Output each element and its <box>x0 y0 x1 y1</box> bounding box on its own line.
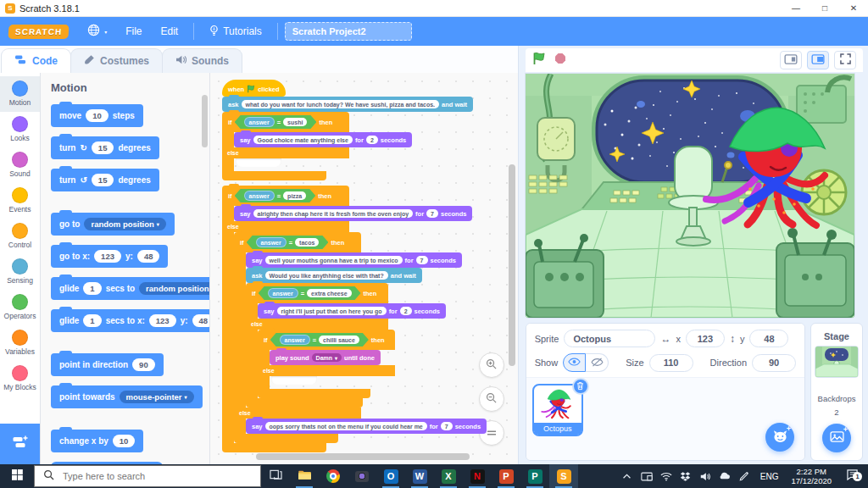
language-indicator[interactable]: ENG <box>755 472 784 481</box>
green-flag-button[interactable] <box>532 52 546 69</box>
category-control[interactable]: Control <box>0 219 40 254</box>
script-stack-block[interactable]: sayoops sorry thats not on the menu if y… <box>246 419 487 434</box>
category-my-blocks[interactable]: My Blocks <box>0 361 40 396</box>
scripts-vertical-scrollbar[interactable] <box>509 164 515 366</box>
sprite-y-field[interactable]: 48 <box>749 330 788 347</box>
taskbar-clock[interactable]: 2:22 PM 17/12/2020 <box>786 467 837 486</box>
taskbar-icon-outlook[interactable]: O <box>376 464 405 488</box>
pen-icon[interactable] <box>736 471 753 481</box>
palette-block[interactable]: glide1secs to x:123y:48 <box>51 309 210 332</box>
close-button[interactable]: ✕ <box>839 0 868 16</box>
hide-sprite-button[interactable] <box>586 353 609 372</box>
taskbar-icon-scratch[interactable]: S <box>549 464 578 488</box>
tab-costumes[interactable]: Costumes <box>70 48 163 73</box>
script-stack-block[interactable]: play soundDamn▾until done <box>270 350 381 365</box>
script-stack-block[interactable]: sayalrighty then chap here it is fresh f… <box>234 206 472 221</box>
menu-edit[interactable]: Edit <box>153 22 187 41</box>
category-color-dot <box>12 116 28 132</box>
tray-expand-icon[interactable] <box>619 474 636 480</box>
category-operators[interactable]: Operators <box>0 290 40 325</box>
script-stack-block[interactable]: askwhat do you want for lunch today? We … <box>222 97 473 112</box>
taskbar-icon-netflix[interactable]: N <box>463 464 492 488</box>
category-variables[interactable]: Variables <box>0 325 40 361</box>
palette-block[interactable]: turn↺15degrees <box>51 169 159 191</box>
delete-sprite-button[interactable] <box>572 378 589 395</box>
palette-block-partial[interactable] <box>51 462 163 464</box>
script-stack-block[interactable]: sayGood choice mate anything elsefor2sec… <box>234 132 412 147</box>
category-looks[interactable]: Looks <box>0 112 40 147</box>
if-else-block[interactable]: ifanswer=chilli saucethenplay soundDamn▾… <box>258 330 395 398</box>
palette-block[interactable]: point towardsmouse-pointer▾ <box>51 385 203 408</box>
if-else-block[interactable]: ifanswer=tacosthensaywell your mouths go… <box>234 232 487 443</box>
script-hat-block[interactable]: whenclicked <box>222 80 286 97</box>
restore-button[interactable]: □ <box>810 0 839 16</box>
palette-block[interactable]: move10steps <box>51 104 143 127</box>
cast-icon[interactable] <box>638 472 655 481</box>
tab-code[interactable]: Code <box>1 48 71 73</box>
minimize-button[interactable]: — <box>782 0 810 16</box>
palette-block[interactable]: point in direction90 <box>51 353 164 376</box>
menu-tutorials[interactable]: Tutorials <box>201 21 270 42</box>
palette-scrollbar[interactable] <box>202 95 208 147</box>
stage[interactable] <box>526 74 854 318</box>
sprite-card-octopus[interactable]: Octopus <box>532 384 583 436</box>
script-stack-block[interactable]: askWould you like anythhing else with th… <box>246 268 422 283</box>
taskbar-icon-powerpoint[interactable]: P <box>492 464 520 488</box>
script-stack-block[interactable]: sayright i'll just put that on here you … <box>258 303 446 319</box>
show-sprite-button[interactable] <box>563 353 586 372</box>
taskbar-icon-chrome[interactable] <box>319 464 348 488</box>
project-name-input[interactable] <box>285 22 412 41</box>
search-input[interactable] <box>61 470 231 482</box>
fullscreen-button[interactable] <box>834 51 856 69</box>
category-sensing[interactable]: Sensing <box>0 254 40 290</box>
volume-icon[interactable] <box>697 472 714 481</box>
tab-sounds[interactable]: Sounds <box>162 48 242 73</box>
add-sprite-button[interactable]: + <box>765 423 794 452</box>
large-stage-icon <box>811 53 825 68</box>
sprite-direction-field[interactable]: 90 <box>752 354 796 372</box>
taskbar-icon-file-explorer[interactable] <box>290 464 319 488</box>
sprite-size-field[interactable]: 110 <box>649 354 693 372</box>
palette-block[interactable]: change x by10 <box>51 430 143 452</box>
script-stack-block[interactable]: saywell your mouths gonna have a trip to… <box>246 252 462 268</box>
taskbar-search[interactable] <box>34 465 261 487</box>
menu-file[interactable]: File <box>117 22 150 41</box>
scripts-pane[interactable]: whenclickedaskwhat do you want for lunch… <box>210 73 518 464</box>
taskbar-icon-camera[interactable] <box>348 464 376 488</box>
taskbar-icon-publisher[interactable]: P <box>520 464 549 488</box>
start-button[interactable] <box>0 464 34 488</box>
category-sound[interactable]: Sound <box>0 147 40 183</box>
window-title: Scratch 3.18.1 <box>19 3 80 14</box>
script-stack[interactable]: whenclickedaskwhat do you want for lunch… <box>222 80 473 180</box>
scripts-horizontal-scrollbar[interactable] <box>256 453 470 460</box>
if-else-block[interactable]: ifanswer=sushithensayGood choice mate an… <box>222 112 412 180</box>
stage-selector-pane[interactable]: Stage Backdrops 2 + <box>810 323 863 461</box>
palette-block[interactable]: glide1secs torandom position▾ <box>51 277 210 300</box>
language-selector[interactable]: ▾ <box>79 20 115 42</box>
script-stack[interactable]: ifanswer=pizzathensayalrighty then chap … <box>222 186 487 452</box>
palette-block[interactable]: go to x:123y:48 <box>51 245 168 268</box>
small-stage-button[interactable] <box>780 51 802 69</box>
if-else-block[interactable]: ifanswer=pizzathensayalrighty then chap … <box>222 186 487 452</box>
notification-center-button[interactable]: 1 <box>839 469 865 484</box>
onedrive-cloud-icon[interactable] <box>716 472 733 480</box>
wifi-icon[interactable] <box>658 472 675 481</box>
palette-block[interactable]: go torandom position▾ <box>51 213 175 236</box>
taskbar-icon-excel[interactable]: X <box>434 464 463 488</box>
category-motion[interactable]: Motion <box>0 76 40 112</box>
sprite-name-input[interactable] <box>564 330 655 347</box>
stop-button[interactable] <box>554 53 566 68</box>
sprite-x-field[interactable]: 123 <box>686 330 725 347</box>
taskbar-icon-task-view[interactable] <box>261 464 290 488</box>
scratch-logo[interactable]: SCRATCH <box>8 25 69 39</box>
if-else-block[interactable]: ifanswer=extra cheesethensayright i'll j… <box>246 283 446 408</box>
zoom-reset-icon <box>487 425 497 441</box>
add-extension-button[interactable] <box>0 424 40 464</box>
add-backdrop-button[interactable]: + <box>822 424 851 452</box>
dropbox-icon[interactable] <box>677 471 694 481</box>
category-events[interactable]: Events <box>0 183 40 219</box>
taskbar-icon-word[interactable]: W <box>405 464 434 488</box>
large-stage-button[interactable] <box>807 51 829 69</box>
palette-block[interactable]: turn↻15degrees <box>51 136 159 159</box>
stage-backdrop <box>526 74 854 318</box>
